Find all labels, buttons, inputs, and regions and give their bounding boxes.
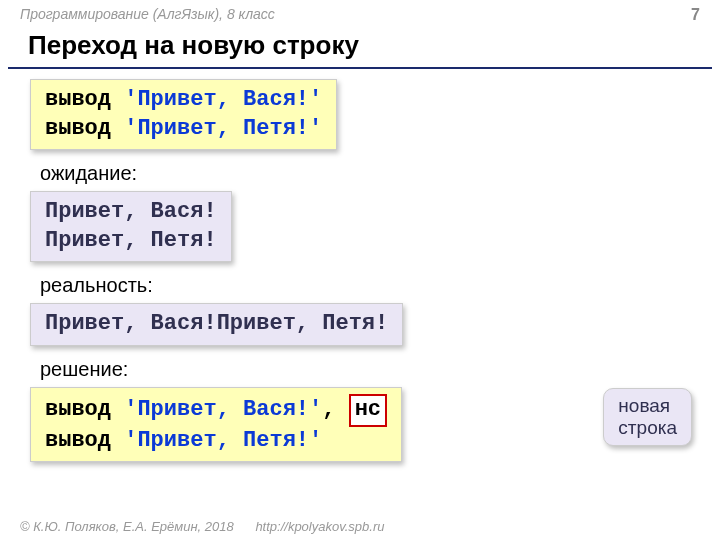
copyright: © К.Ю. Поляков, Е.А. Ерёмин, 2018 bbox=[20, 519, 234, 534]
course-name: Программирование (АлгЯзык), 8 класс bbox=[20, 6, 275, 24]
comma: , bbox=[322, 397, 348, 422]
string-literal: 'Привет, Вася!' bbox=[124, 397, 322, 422]
code-line: вывод 'Привет, Вася!' bbox=[45, 86, 322, 115]
keyword: вывод bbox=[45, 116, 111, 141]
label-solution: решение: bbox=[40, 358, 700, 381]
footer-url: http://kpolyakov.spb.ru bbox=[255, 519, 384, 534]
string-literal: 'Привет, Петя!' bbox=[124, 116, 322, 141]
keyword: вывод bbox=[45, 397, 111, 422]
code-block-1: вывод 'Привет, Вася!' вывод 'Привет, Пет… bbox=[30, 79, 337, 150]
output-expected: Привет, Вася! Привет, Петя! bbox=[30, 191, 232, 262]
output-reality: Привет, Вася!Привет, Петя! bbox=[30, 303, 403, 346]
page-number: 7 bbox=[691, 6, 700, 24]
keyword: вывод bbox=[45, 428, 111, 453]
output-line: Привет, Петя! bbox=[45, 227, 217, 256]
label-expect: ожидание: bbox=[40, 162, 700, 185]
output-line: Привет, Вася!Привет, Петя! bbox=[45, 311, 388, 336]
callout-line: новая bbox=[618, 395, 677, 417]
slide-title: Переход на новую строку bbox=[8, 28, 712, 69]
code-block-2: вывод 'Привет, Вася!', нс вывод 'Привет,… bbox=[30, 387, 402, 462]
label-reality: реальность: bbox=[40, 274, 700, 297]
keyword: вывод bbox=[45, 87, 111, 112]
newline-token: нс bbox=[349, 394, 387, 427]
slide-footer: © К.Ю. Поляков, Е.А. Ерёмин, 2018 http:/… bbox=[20, 519, 384, 534]
string-literal: 'Привет, Вася!' bbox=[124, 87, 322, 112]
string-literal: 'Привет, Петя!' bbox=[124, 428, 322, 453]
callout-newline: новая строка bbox=[603, 388, 692, 446]
output-line: Привет, Вася! bbox=[45, 198, 217, 227]
code-line: вывод 'Привет, Петя!' bbox=[45, 115, 322, 144]
slide-header: Программирование (АлгЯзык), 8 класс 7 bbox=[0, 0, 720, 28]
callout-line: строка bbox=[618, 417, 677, 439]
code-line: вывод 'Привет, Вася!', нс bbox=[45, 394, 387, 427]
code-line: вывод 'Привет, Петя!' bbox=[45, 427, 387, 456]
